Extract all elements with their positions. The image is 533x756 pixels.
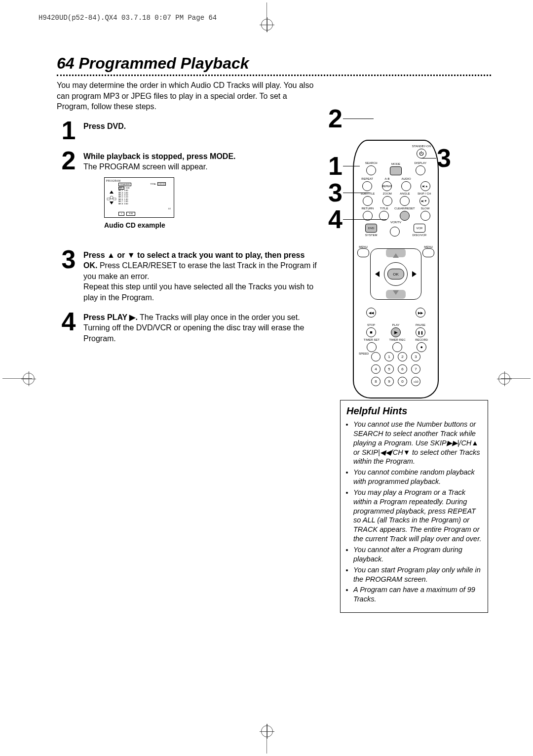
- num-5: 5: [384, 364, 394, 374]
- return-button: RETURN: [361, 207, 374, 221]
- total-label: TOTAL 0:00:00: [150, 183, 166, 185]
- intro-text: You may determine the order in which Aud…: [57, 80, 318, 112]
- program-label: PROGRAM: [106, 179, 120, 183]
- step-number: 1: [57, 119, 80, 142]
- audio-button: AUDIO: [401, 177, 411, 191]
- subtitle-button: SUBTITLE: [361, 192, 375, 206]
- svg-rect-3: [107, 198, 110, 200]
- step-text: Repeat this step until you have selected…: [83, 282, 313, 302]
- divider: [57, 75, 491, 76]
- cd-caption: Audio CD example: [104, 221, 318, 230]
- registration-mark-icon: [23, 373, 35, 385]
- step-text: The PROGRAM screen will appear.: [83, 162, 208, 171]
- registration-mark-icon: [498, 373, 510, 385]
- nav-ring: MENU MENU OK: [370, 248, 421, 300]
- num-0: 0: [398, 377, 407, 386]
- dpad-icon: [107, 191, 116, 205]
- step-bold: While playback is stopped, press MODE.: [83, 152, 236, 160]
- mode-button: MODE: [390, 162, 402, 175]
- up-arrow-icon: [393, 253, 399, 258]
- page-title: 64 Programmed Playback: [57, 54, 491, 73]
- registration-mark-icon: [261, 725, 273, 737]
- page-number: 64: [57, 54, 75, 72]
- hint-item: You may play a Program or a Track within…: [353, 488, 482, 544]
- hints-title: Helpful Hints: [346, 405, 482, 417]
- step-2: 2 While playback is stopped, press MODE.…: [57, 151, 318, 230]
- speed-button: [371, 352, 381, 361]
- callout-3-right: 3: [437, 145, 451, 171]
- angle-button: ANGLE: [400, 192, 410, 206]
- svg-marker-0: [110, 191, 114, 194]
- standby-button: STANDBY-ON ⏻: [412, 145, 431, 159]
- repeat-button: REPEAT: [361, 177, 373, 191]
- hint-item: You cannot alter a Program during playba…: [353, 545, 482, 564]
- callout-4: 4: [328, 206, 343, 232]
- step-number: 3: [57, 248, 80, 271]
- step-3: 3 Press ▲ or ▼ to select a track you wan…: [57, 250, 318, 303]
- num-1: 1: [384, 352, 394, 361]
- stop-button: STOP■: [366, 323, 376, 337]
- num-plus10: +10: [411, 377, 420, 386]
- step-1: 1 Press DVD.: [57, 121, 318, 142]
- number-pad: 1 2 3 4 5 6 7 8 9 0 +10: [354, 352, 438, 386]
- left-arrow-icon: [375, 271, 380, 277]
- slow-button: SLOW: [420, 207, 430, 221]
- registration-mark-icon: [261, 19, 273, 31]
- display-button: DISPLAY: [414, 161, 426, 175]
- power-icon: ⏻: [417, 149, 426, 159]
- num-8: 8: [371, 377, 381, 386]
- step-text: Press CLEAR/RESET to erase the last Trac…: [83, 261, 317, 280]
- ffwd-button: ▶▶: [416, 308, 425, 318]
- skip-up-button: ■)▲: [420, 177, 430, 191]
- skip-down-button: SKIP / CH■)▼: [418, 192, 431, 206]
- play-button: PLAY▶: [391, 323, 401, 337]
- callout-3-left: 3: [328, 180, 343, 205]
- footer-info: 1 3:30: [118, 212, 135, 215]
- hint-item: You cannot combine random playback with …: [353, 468, 482, 486]
- step-number: 4: [57, 310, 80, 333]
- step-bold: Press DVD.: [83, 122, 126, 130]
- menu-button-right: MENU: [422, 245, 434, 257]
- page-title-text: Programmed Playback: [78, 54, 249, 72]
- num-4: 4: [371, 364, 381, 374]
- cd-audio-label: CD-AUDIO: [118, 183, 131, 186]
- print-header: H9420UD(p52-84).QX4 03.7.18 0:07 PM Page…: [38, 14, 217, 22]
- helpful-hints-box: Helpful Hints You cannot use the Number …: [340, 400, 488, 613]
- timer-rec-button: TIMER REC: [389, 338, 406, 352]
- num-6: 6: [398, 364, 407, 374]
- hint-item: You can start Program play only while in…: [353, 565, 482, 584]
- right-arrow-icon: [412, 271, 417, 277]
- dvd-button: DVDSYSTEM: [365, 224, 378, 237]
- pause-button: PAUSE❚❚: [416, 323, 425, 337]
- rew-button: ◀◀: [366, 308, 376, 318]
- record-button: RECORD●: [415, 338, 428, 352]
- remote-illustration: STANDBY-ON ⏻ SEARCH MODE DISPLAY REPEAT …: [353, 140, 439, 398]
- svg-point-2: [110, 196, 113, 199]
- page-indicator: 1/2: [168, 207, 171, 210]
- step-4: 4 Press PLAY ▶. The Tracks will play onc…: [57, 312, 318, 344]
- svg-rect-4: [113, 198, 116, 200]
- vcr-button: VCRDISC/VCR: [413, 224, 427, 237]
- vcr-tv-button: [390, 227, 400, 237]
- num-9: 9: [384, 377, 394, 386]
- steps: 1 Press DVD. 2 While playback is stopped…: [57, 121, 318, 344]
- num-7: 7: [411, 364, 420, 374]
- nav-down-alt: [390, 310, 401, 318]
- down-arrow-icon: [393, 290, 399, 295]
- page-content: 64 Programmed Playback You may determine…: [57, 54, 491, 697]
- hint-item: A Program can have a maximum of 99 Track…: [353, 585, 482, 604]
- step-bold: Press PLAY ▶.: [83, 313, 138, 321]
- timer-set-button: TIMER SET: [364, 338, 380, 352]
- callout-2: 2: [328, 106, 343, 131]
- hint-item: You cannot use the Number buttons or SEA…: [353, 420, 482, 466]
- num-2: 2: [398, 352, 407, 361]
- step-number: 2: [57, 149, 80, 172]
- search-button: SEARCH: [365, 161, 378, 175]
- ok-button: OK: [387, 269, 404, 279]
- menu-button-left: MENU: [357, 245, 369, 257]
- svg-marker-1: [110, 201, 114, 204]
- callout-1: 1: [328, 153, 343, 179]
- program-screen-illustration: PROGRAM CD-AUDIO TOTAL 0:00:00 MK 1 3:30…: [104, 177, 174, 218]
- title-button: TITLE: [379, 207, 389, 221]
- zoom-button: ZOOM: [382, 192, 392, 206]
